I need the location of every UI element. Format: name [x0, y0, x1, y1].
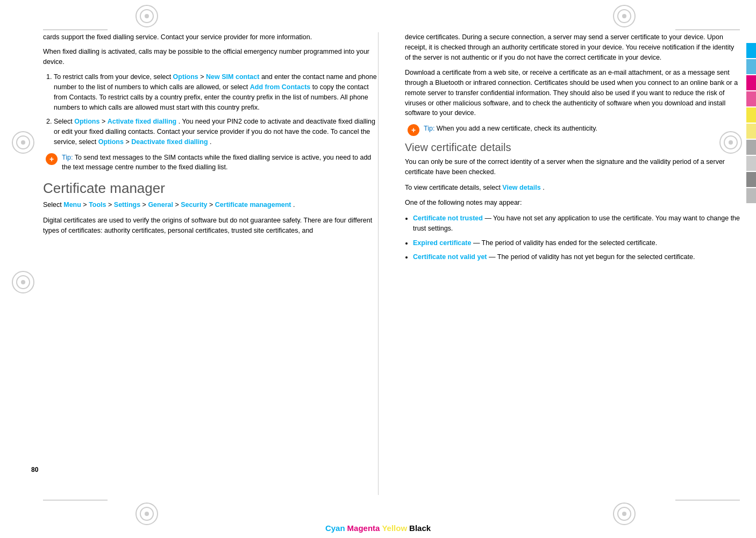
intro-p1: cards support the fixed dialling service… [43, 32, 378, 42]
circle-top-right-icon [611, 3, 638, 30]
line-top-left [43, 30, 108, 30]
right-body-2-suffix: . [543, 184, 544, 191]
general-link[interactable]: General [148, 201, 173, 209]
color-tab-cyan [746, 43, 756, 58]
line-bottom-right [675, 500, 740, 500]
li2-suf: . [210, 138, 211, 146]
cert-management-link[interactable]: Certificate management [215, 201, 291, 209]
line-bottom-left [43, 500, 108, 500]
right-intro-2: Download a certificate from a web site, … [405, 68, 740, 118]
tip-icon-2: + [408, 124, 419, 136]
right-body-2: To view certificate details, select View… [405, 183, 740, 193]
strip-magenta: Magenta [347, 523, 380, 533]
color-tab-magenta [746, 75, 756, 90]
svg-point-11 [622, 512, 626, 516]
nav-text: Select Menu > Tools > Settings > General… [43, 200, 378, 210]
color-tab-yellow-light [746, 124, 756, 139]
nav-sep3: > [142, 201, 148, 209]
intro-text-1: cards support the fixed dialling service… [43, 32, 378, 67]
options-link-2[interactable]: Options [74, 118, 99, 125]
circle-bottom-right-icon [611, 500, 638, 527]
color-tabs [746, 43, 756, 203]
options-link-3[interactable]: Options [98, 138, 124, 146]
bullet-item-1: Certificate not trusted — You have not s… [413, 213, 740, 234]
intro-p2: When fixed dialling is activated, calls … [43, 47, 378, 67]
strip-cyan: Cyan [325, 523, 345, 533]
strip-black: Black [409, 523, 431, 533]
left-column: cards support the fixed dialling service… [43, 32, 383, 495]
right-column: device certificates. During a secure con… [400, 32, 740, 495]
nav-prefix: Select [43, 201, 63, 209]
circle-left-bottom-icon [10, 269, 37, 296]
color-tab-yellow [746, 107, 756, 123]
bullet-item-3: Certificate not valid yet — The period o… [413, 252, 740, 262]
list-item-1: To restrict calls from your device, sele… [54, 72, 378, 112]
nav-sep1: > [83, 201, 89, 209]
li1-sep1: > [200, 73, 206, 81]
svg-point-14 [21, 140, 25, 145]
add-from-contacts-link[interactable]: Add from Contacts [250, 83, 311, 91]
nav-sep5: > [209, 201, 215, 209]
body-text-left: Digital certificates are used to verify … [43, 216, 378, 236]
color-tab-gray1 [746, 140, 756, 155]
settings-link[interactable]: Settings [114, 201, 140, 209]
expired-cert-link[interactable]: Expired certificate [413, 239, 471, 247]
view-cert-heading: View certificate details [405, 141, 740, 154]
right-body-2-prefix: To view certificate details, select [405, 184, 502, 191]
bottom-color-strip: Cyan Magenta Yellow Black [325, 523, 431, 533]
color-tab-magenta-light [746, 91, 756, 106]
color-tab-gray4 [746, 188, 756, 203]
certificate-manager-heading: Certificate manager [43, 180, 378, 197]
right-body-1: You can only be sure of the correct iden… [405, 157, 740, 177]
tip-box-2: + Tip: When you add a new certificate, c… [405, 124, 740, 136]
cert-not-valid-yet-link[interactable]: Certificate not valid yet [413, 253, 487, 261]
deactivate-fixed-link[interactable]: Deactivate fixed dialling [131, 138, 208, 146]
circle-bottom-left-icon [133, 500, 160, 527]
bullet-item-2: Expired certificate — The period of vali… [413, 238, 740, 248]
bullet-3-text: — The period of validity has not yet beg… [489, 253, 695, 261]
tip-text-2: Tip: When you add a new certificate, che… [424, 124, 597, 134]
page-container: 80 cards support the fixed dialling serv… [0, 0, 756, 538]
options-link-1[interactable]: Options [173, 73, 198, 81]
tip-content-2: When you add a new certificate, check it… [437, 125, 597, 132]
svg-point-5 [622, 14, 626, 18]
tools-link[interactable]: Tools [89, 201, 106, 209]
li2-prefix: Select [54, 118, 74, 125]
line-top-right [675, 30, 740, 30]
new-sim-contact-link[interactable]: New SIM contact [206, 73, 259, 81]
list-item-2: Select Options > Activate fixed dialling… [54, 117, 378, 147]
bullet-list: Certificate not trusted — You have not s… [405, 213, 740, 262]
tip-text-1: Tip: To send text messages to the SIM co… [62, 153, 378, 173]
circle-left-top-icon [10, 129, 37, 156]
nav-sep2: > [108, 201, 114, 209]
menu-link[interactable]: Menu [63, 201, 81, 209]
cert-not-trusted-link[interactable]: Certificate not trusted [413, 214, 483, 222]
tip-content-1: To send text messages to the SIM contact… [62, 154, 371, 171]
page-number: 80 [31, 466, 38, 474]
color-tab-gray3 [746, 172, 756, 187]
svg-point-17 [21, 280, 25, 284]
color-tab-cyan-light [746, 59, 756, 74]
activate-fixed-link[interactable]: Activate fixed dialling [108, 118, 177, 125]
numbered-list: To restrict calls from your device, sele… [43, 72, 378, 147]
main-content: cards support the fixed dialling service… [43, 32, 740, 495]
view-details-link[interactable]: View details [502, 184, 540, 191]
strip-yellow: Yellow [382, 523, 407, 533]
nav-sep4: > [175, 201, 181, 209]
li2-sep2: > [125, 138, 131, 146]
bullet-2-text: — The period of validity has ended for t… [473, 239, 657, 247]
tip-label-2: Tip: [424, 125, 434, 132]
svg-point-8 [145, 512, 149, 516]
tip-label-1: Tip: [62, 154, 73, 161]
right-intro-1: device certificates. During a secure con… [405, 32, 740, 62]
li2-sep1: > [102, 118, 108, 125]
tip-icon-1: + [46, 153, 58, 165]
nav-suffix: . [293, 201, 295, 209]
color-tab-gray2 [746, 156, 756, 171]
li1-prefix: To restrict calls from your device, sele… [54, 73, 173, 81]
security-link[interactable]: Security [181, 201, 207, 209]
right-body-3: One of the following notes may appear: [405, 198, 740, 208]
svg-point-2 [145, 14, 149, 18]
tip-box-1: + Tip: To send text messages to the SIM … [43, 153, 378, 173]
circle-top-left-icon [133, 3, 160, 30]
